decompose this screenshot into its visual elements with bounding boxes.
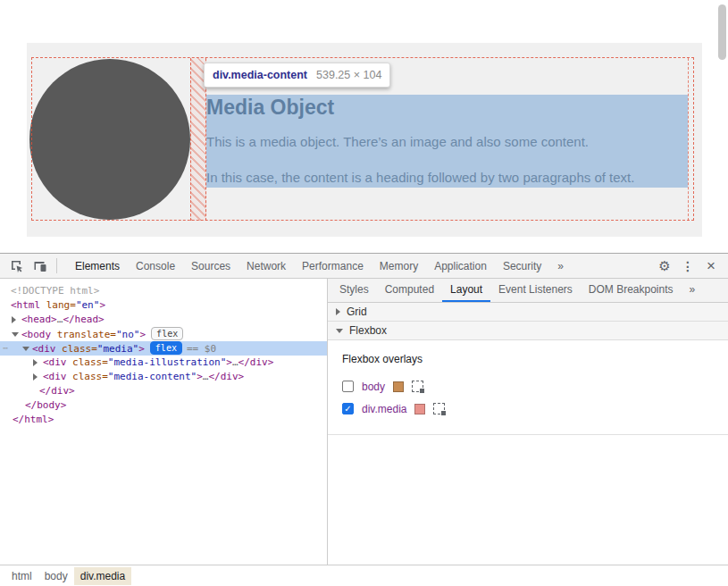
code-token: </div> [238,356,274,368]
code-token: "media-content" [108,371,197,382]
tab-elements[interactable]: Elements [67,254,128,278]
sidebar-tab-layout[interactable]: Layout [442,279,490,302]
tab-sources[interactable]: Sources [183,254,238,278]
tree-node[interactable]: </body> [0,398,327,413]
overlay-checkbox[interactable] [342,381,354,392]
code-token: </div> [39,385,75,397]
chevron-down-icon [336,329,343,333]
code-token: <head> [21,314,57,325]
disclosure-right-icon[interactable] [33,373,38,381]
toolbar-right-icons: ⚙ ⋮ × [653,255,723,278]
code-token: > [226,356,232,368]
devtools-toolbar: ElementsConsoleSourcesNetworkPerformance… [0,254,728,279]
more-options-kebab-icon[interactable]: ⋮ [676,255,699,278]
flexbox-overlays-title: Flexbox overlays [342,353,714,365]
flexbox-section-content: Flexbox overlays body✓div.media [328,340,728,435]
code-token: </div> [208,371,244,382]
code-token: class= [56,343,97,355]
tree-node[interactable]: </html> [0,413,327,427]
code-token: class= [67,371,108,382]
code-token: "no" [116,329,140,340]
code-token: </body> [25,399,66,411]
overlay-element-label[interactable]: body [362,381,385,393]
browser-viewport: Media Object This is a media object. The… [0,0,728,253]
color-swatch[interactable] [414,404,425,414]
grid-section-label: Grid [347,306,367,318]
color-swatch[interactable] [393,381,404,392]
breadcrumb-item-body[interactable]: body [38,567,74,585]
devtools-panel: ElementsConsoleSourcesNetworkPerformance… [0,253,728,586]
chevron-right-icon [336,308,340,315]
breadcrumb: htmlbodydiv.media [0,565,728,586]
code-token: > [99,299,105,311]
code-token: </html> [13,414,54,425]
tree-node[interactable]: <!DOCTYPE html> [0,284,327,298]
tooltip-selector: div.media-content [213,69,307,81]
code-token: lang= [40,299,76,311]
flex-badge[interactable]: flex [150,341,182,355]
tab-performance[interactable]: Performance [294,254,372,278]
disclosure-right-icon[interactable] [33,359,38,366]
sidebar-tab-event-listeners[interactable]: Event Listeners [490,279,581,302]
section-flexbox[interactable]: Flexbox [328,322,728,340]
elements-tree: <!DOCTYPE html><html lang="en"><head>…</… [0,279,328,565]
tree-node[interactable]: <body translate="no">flex [0,327,327,341]
overlay-row: ✓div.media [342,398,714,420]
screen: Media Object This is a media object. The… [0,0,728,586]
inspect-element-icon[interactable] [5,255,29,278]
overlay-picker-icon[interactable] [433,403,445,414]
section-grid[interactable]: Grid [328,303,728,322]
disclosure-down-icon[interactable] [12,332,19,337]
code-token: <div [32,343,56,355]
sidebar-tab-dom-breakpoints[interactable]: DOM Breakpoints [581,279,682,302]
tree-node[interactable]: ⋯<div class="media">flex== $0 [0,341,327,356]
code-token: <!DOCTYPE html> [11,285,99,297]
tab-console[interactable]: Console [128,254,183,278]
breadcrumb-item-div-media[interactable]: div.media [74,567,131,585]
code-token: translate= [51,329,116,340]
code-token: > [138,343,145,355]
flexbox-section-label: Flexbox [349,324,387,337]
dollar-zero-hint: == $0 [187,343,216,355]
disclosure-right-icon[interactable] [12,316,16,323]
sidebar-tab-styles[interactable]: Styles [331,279,377,302]
code-token: <div [43,371,67,382]
tree-node[interactable]: </div> [0,384,327,398]
sidebar-tab-computed[interactable]: Computed [377,279,442,302]
tree-node[interactable]: <html lang="en"> [0,298,327,313]
node-more-dots-icon[interactable]: ⋯ [3,341,8,356]
tab-security[interactable]: Security [495,254,549,278]
more-sidebar-tabs-chevron[interactable]: » [682,279,704,302]
devtools-tabs: ElementsConsoleSourcesNetworkPerformance… [67,254,572,278]
device-toolbar-icon[interactable] [29,255,52,278]
flex-overlay-content-edge [688,58,689,221]
code-token: "media" [97,343,138,355]
code-token: "media-illustration" [108,356,226,368]
inspect-highlight-overlay [206,95,688,188]
overlay-list: body✓div.media [342,375,714,420]
elements-sidebar: StylesComputedLayoutEvent ListenersDOM B… [328,279,728,565]
flex-badge[interactable]: flex [151,327,183,340]
more-panels-chevron[interactable]: » [549,254,572,278]
close-devtools-icon[interactable]: × [699,255,723,278]
overlay-checkbox[interactable]: ✓ [342,403,354,414]
tree-node[interactable]: <div class="media-content">…</div> [0,370,327,384]
tab-network[interactable]: Network [238,254,294,278]
tab-memory[interactable]: Memory [372,254,426,278]
overlay-element-label[interactable]: div.media [362,403,406,415]
settings-gear-icon[interactable]: ⚙ [653,255,676,278]
tree-node[interactable]: <div class="media-illustration">…</div> [0,356,327,370]
devtools-main: <!DOCTYPE html><html lang="en"><head>…</… [0,279,728,565]
page-scrollbar-thumb[interactable] [718,4,726,60]
tab-application[interactable]: Application [426,254,495,278]
code-token: </head> [63,314,104,325]
disclosure-down-icon[interactable] [22,347,29,351]
breadcrumb-item-html[interactable]: html [5,567,38,585]
code-token: <body [21,329,51,340]
overlay-picker-icon[interactable] [412,381,423,392]
toolbar-separator [56,258,57,273]
tooltip-dimensions: 539.25 × 104 [316,69,381,81]
tree-node[interactable]: <head>…</head> [0,313,327,327]
code-token: > [139,329,146,340]
code-token: <html [11,299,40,311]
